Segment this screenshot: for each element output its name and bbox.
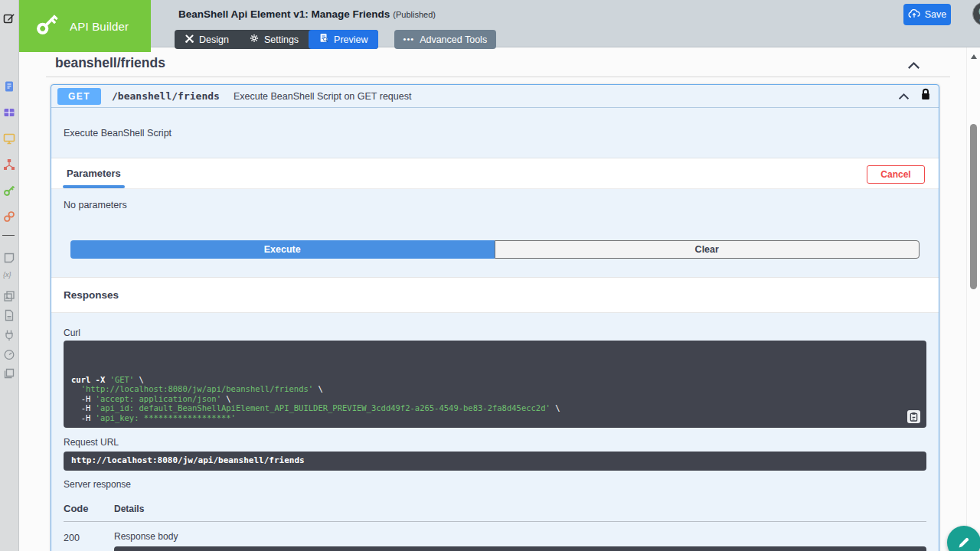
operation-collapse-chevron-icon[interactable] [898,90,910,103]
curl-label: Curl [64,328,926,338]
operation-path: /beanshell/friends [112,90,220,102]
cloud-upload-icon [908,8,920,21]
tab-design-label: Design [199,34,229,45]
report-doc-icon[interactable] [3,309,15,321]
copy-images-icon[interactable] [3,290,15,302]
builder-tabs: Design Settings Preview ••• Advanced Too… [175,30,496,49]
operation-description: Execute BeanShell Script [51,108,939,158]
tab-parameters-label: Parameters [67,168,121,179]
tab-design[interactable]: Design [175,30,239,49]
ellipsis-icon: ••• [403,34,415,44]
edit-fab-button[interactable] [947,526,980,551]
tab-settings[interactable]: Settings [239,30,309,49]
gear-icon [249,33,260,46]
clear-button[interactable]: Clear [495,240,920,259]
response-table-divider [64,521,926,522]
api-builder-key-icon[interactable] [3,184,15,197]
tab-preview-label: Preview [334,34,368,45]
response-table-header: Code Details [64,503,926,514]
http-method-badge: GET [57,88,101,105]
tab-parameters[interactable]: Parameters [63,158,125,188]
rail-divider [2,235,15,236]
datalist-builder-icon[interactable] [3,106,15,119]
no-parameters-text: No parameters [51,189,939,240]
user-avatar[interactable]: admin [972,2,980,26]
pages-icon[interactable] [3,367,15,380]
code-column-header: Code [64,503,114,514]
top-header: BeanShell Api Element v1: Manage Friends… [19,0,980,47]
logo-label: API Builder [70,20,129,33]
section-divider [46,77,950,77]
process-builder-icon[interactable] [3,158,15,171]
published-badge: (Published) [393,10,436,19]
userview-builder-icon[interactable] [3,132,15,145]
save-button[interactable]: Save [903,4,951,25]
tab-advanced-tools[interactable]: ••• Advanced Tools [394,30,497,49]
gauge-icon[interactable] [3,348,15,360]
request-url-label: Request URL [64,437,926,448]
operation-header-row[interactable]: GET /beanshell/friends Execute BeanShell… [51,85,939,108]
plugin-plug-icon[interactable] [3,329,15,341]
tab-settings-label: Settings [264,34,299,45]
api-builder-logo[interactable]: API Builder [19,0,151,52]
scrollbar-thumb[interactable] [970,124,977,289]
response-row-200: 200 Response body [ { "name": "Harmon Gr… [64,531,926,551]
auth-lock-icon[interactable] [920,88,931,104]
section-collapse-chevron-icon[interactable] [907,59,920,73]
page-scrollbar [966,47,980,551]
design-tools-icon [185,34,194,46]
responses-body: Curl curl -X 'GET' \ 'http://localhost:8… [51,313,939,551]
response-body-label: Response body [114,531,926,542]
copy-to-clipboard-button[interactable] [907,410,920,423]
details-column-header: Details [114,504,144,514]
edit-pencil-icon[interactable] [3,12,15,24]
preview-doc-magnifier-icon [318,33,329,46]
server-response-label: Server response [64,479,926,490]
form-builder-icon[interactable] [3,80,15,93]
scrollbar-up-arrow[interactable] [971,54,977,59]
preview-panel: beanshell/friends GET /beanshell/friends… [19,47,966,551]
pencil-icon [956,535,972,550]
key-icon [31,9,62,43]
api-section-title: beanshell/friends [55,55,165,71]
cancel-button[interactable]: Cancel [867,165,925,184]
parameters-tabbar: Parameters Cancel [51,158,939,189]
response-body-block: [ { "name": "Harmon Graham", "id": 0 }, … [114,546,926,551]
responses-heading: Responses [51,277,939,313]
link-icon[interactable] [3,210,15,223]
tab-group: Design Settings Preview [175,30,378,49]
tab-advanced-tools-label: Advanced Tools [420,34,487,45]
get-operation-block: GET /beanshell/friends Execute BeanShell… [51,84,939,551]
operation-summary: Execute BeanShell Script on GET request [234,91,412,102]
note-icon[interactable] [3,252,15,264]
request-url-value: http://localhost:8080/jw/api/beanshell/f… [64,452,926,471]
document-title: BeanShell Api Element v1: Manage Friends… [178,8,436,20]
tab-active-underline [63,185,125,188]
clipboard-icon [910,412,918,422]
builder-rail: {x} [0,0,19,551]
execute-row: Execute Clear [70,240,920,259]
api-title: BeanShell Api Element v1: Manage Friends [178,8,390,20]
globe-icon [977,5,980,18]
variable-icon[interactable]: {x} [3,271,15,283]
save-button-label: Save [925,9,947,20]
curl-command-block: curl -X 'GET' \ 'http://localhost:8080/j… [64,341,926,428]
tab-preview[interactable]: Preview [309,30,377,49]
execute-button[interactable]: Execute [70,240,495,259]
status-code: 200 [64,531,114,551]
